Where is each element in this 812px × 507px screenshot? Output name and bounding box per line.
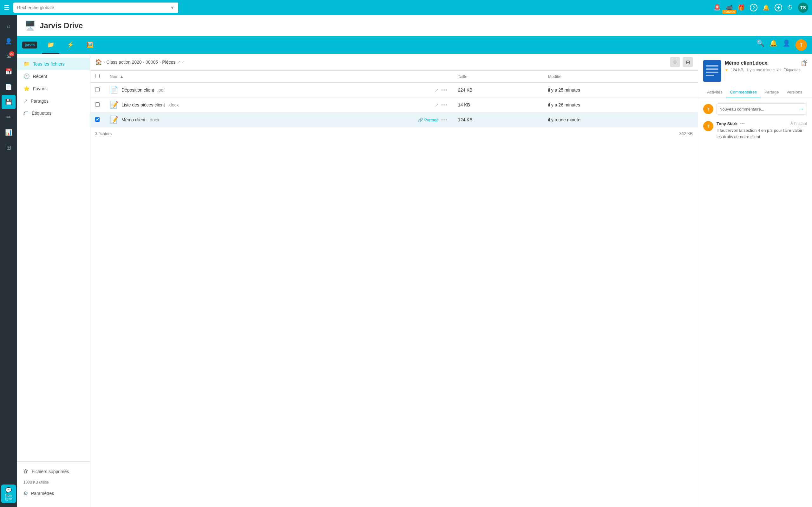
breadcrumb-bar: 🏠 › Class action 2020 - 00005 › Pièces ↗… (90, 54, 698, 71)
top-navbar: ☰ ▼ 🚨 📹 Nouveau 🎁 ? 🔔 + ⏱ TS (0, 0, 812, 15)
sidebar-all-files[interactable]: 📁 Tous les fichiers (17, 58, 90, 70)
breadcrumb-home[interactable]: 🏠 (95, 59, 102, 66)
tab-files[interactable]: 📁 (42, 36, 59, 54)
comment-text: Il faut revoir la section 4 en p.2 pour … (716, 127, 807, 140)
sub-bell-icon[interactable]: 🔔 (769, 39, 777, 51)
sidebar-item-person[interactable]: 👤 (2, 34, 15, 48)
comments-section: T → T Tony Stark ••• À l'instant (698, 98, 812, 507)
file-detail-name: Mémo client.docx (725, 60, 801, 66)
sidebar-item-grid[interactable]: ⊞ (2, 141, 15, 155)
video-icon[interactable]: 📹 Nouveau (726, 4, 733, 11)
sidebar-item-drive[interactable]: 💾 (2, 95, 15, 109)
tab-versions[interactable]: Versions (782, 87, 806, 98)
select-all-checkbox[interactable] (95, 74, 100, 78)
alert-icon[interactable]: 🚨 (714, 4, 721, 11)
global-search-bar[interactable]: ▼ (13, 3, 178, 13)
tab-lightning[interactable]: ⚡ (62, 36, 79, 54)
more-options-icon[interactable]: ••• (441, 102, 448, 107)
comment-time: À l'instant (791, 121, 807, 126)
file-modified-cell: il y a 26 minutes (543, 98, 698, 112)
table-row[interactable]: 📝 Mémo client.docx 🔗 Partagé ••• 124 KB … (90, 112, 698, 127)
sidebar-shared[interactable]: ↗ Partages (17, 95, 90, 107)
sidebar-item-calendar[interactable]: 📅 (2, 65, 15, 78)
breadcrumb-pieces[interactable]: Pièces (162, 60, 175, 65)
file-checkbox[interactable] (95, 117, 100, 122)
view-toggle-button[interactable]: ⊞ (682, 57, 693, 67)
etiquettes-label: Étiquettes (783, 68, 800, 72)
file-checkbox[interactable] (95, 102, 100, 107)
table-row[interactable]: 📄 Déposition client.pdf ↗ ••• 224 KB il … (90, 83, 698, 98)
file-extension: .docx (168, 102, 179, 107)
plus-icon[interactable]: + (774, 4, 782, 11)
breadcrumb-class-action[interactable]: Class action 2020 - 00005 (106, 60, 158, 65)
comment-input-row: T → (703, 103, 807, 115)
file-base-name: Mémo client (121, 117, 145, 122)
sub-search-icon[interactable]: 🔍 (757, 39, 764, 51)
name-column-header[interactable]: Nom ▲ (105, 71, 453, 83)
checkbox-cell (90, 112, 105, 127)
send-icon[interactable]: → (800, 107, 804, 112)
file-row-name: 📝 Liste des pièces client.docx ↗ ••• (110, 101, 448, 109)
sidebar-item-doc[interactable]: 📄 (2, 80, 15, 94)
file-row-name: 📄 Déposition client.pdf ↗ ••• (110, 86, 448, 94)
file-checkbox[interactable] (95, 88, 100, 92)
breadcrumb-share-icon[interactable]: ↗ (177, 59, 181, 65)
hamburger-menu[interactable]: ☰ (4, 4, 9, 11)
more-options-icon[interactable]: ••• (441, 117, 448, 122)
breadcrumb-sep-2: › (159, 59, 161, 65)
tab-commentaires[interactable]: Commentaires (726, 87, 761, 98)
sub-nav-right: 🔍 🔔 👤 T (757, 39, 807, 51)
file-table-wrapper: Nom ▲ Taille Modifié (90, 71, 698, 507)
comment-options-icon[interactable]: ••• (740, 121, 745, 126)
document-icon-svg (703, 60, 721, 82)
trash-label: Fichiers supprimés (32, 469, 69, 474)
user-avatar[interactable]: TS (798, 3, 808, 13)
recent-icon: 🕐 (23, 73, 30, 79)
detail-tabs: Activités Commentaires Partage Versions (698, 87, 812, 98)
share-icon[interactable]: ↗ (435, 102, 439, 108)
nav-right-icons: 🚨 📹 Nouveau 🎁 ? 🔔 + ⏱ TS (714, 3, 808, 13)
search-input[interactable] (17, 5, 170, 10)
clock-icon[interactable]: ⏱ (787, 4, 793, 11)
sidebar-settings[interactable]: ⚙ Paramètres (17, 487, 90, 499)
comment-body: Tony Stark ••• À l'instant Il faut revoi… (716, 121, 807, 140)
breadcrumb-sep-1: › (103, 59, 105, 65)
bell-icon[interactable]: 🔔 (763, 4, 769, 11)
tab-activites[interactable]: Activités (703, 87, 726, 98)
shared-icon: ↗ (23, 98, 28, 104)
star-icon[interactable]: ★ (725, 68, 728, 72)
comment-input-wrapper[interactable]: → (716, 103, 807, 115)
sub-nav-avatar[interactable]: T (796, 39, 807, 51)
commenter-name: Tony Stark (716, 121, 738, 126)
favorites-label: Favoris (33, 86, 48, 91)
search-dropdown-arrow[interactable]: ▼ (170, 5, 174, 10)
sub-user-icon[interactable]: 👤 (782, 39, 791, 51)
recent-label: Récent (33, 74, 47, 79)
help-icon[interactable]: ? (750, 4, 757, 11)
main-wrapper: 🖥️ Jarvis Drive jarvis 📁 ⚡ 🖼️ 🔍 🔔 👤 T 📁 (17, 15, 812, 507)
sidebar-tags[interactable]: 🏷 Étiquettes (17, 107, 90, 119)
sidebar-item-edit[interactable]: ✏ (2, 110, 15, 124)
sidebar-favorites[interactable]: ⭐ Favoris (17, 82, 90, 95)
table-row[interactable]: 📝 Liste des pièces client.docx ↗ ••• 14 … (90, 98, 698, 112)
tab-image[interactable]: 🖼️ (82, 36, 99, 54)
add-file-button[interactable]: + (670, 57, 680, 67)
sidebar-trash[interactable]: 🗑 Fichiers supprimés (17, 465, 90, 477)
sidebar-item-chart[interactable]: 📊 (2, 125, 15, 139)
hors-ligne-label: Hors ligne (5, 494, 12, 501)
checkbox-header (90, 71, 105, 83)
sidebar-item-home[interactable]: ⌂ (2, 19, 15, 33)
sidebar-recent[interactable]: 🕐 Récent (17, 70, 90, 82)
shared-label: Partages (31, 99, 49, 104)
hors-ligne-button[interactable]: 💬 Hors ligne (1, 485, 16, 503)
sidebar-item-mail[interactable]: ✉ 29 (2, 49, 15, 63)
more-options-icon[interactable]: ••• (441, 88, 448, 93)
share-icon[interactable]: ↗ (435, 87, 439, 93)
tab-partage[interactable]: Partage (761, 87, 783, 98)
gift-icon[interactable]: 🎁 (738, 4, 745, 11)
file-detail-info: Mémo client.docx ★ 124 KB, il y a une mi… (725, 60, 801, 72)
comment-input[interactable] (719, 107, 800, 112)
close-panel-button[interactable]: ✕ (803, 58, 808, 65)
file-summary: 3 fichiers 362 KB (90, 127, 698, 140)
file-name-cell: 📝 Mémo client.docx 🔗 Partagé ••• (105, 112, 453, 127)
